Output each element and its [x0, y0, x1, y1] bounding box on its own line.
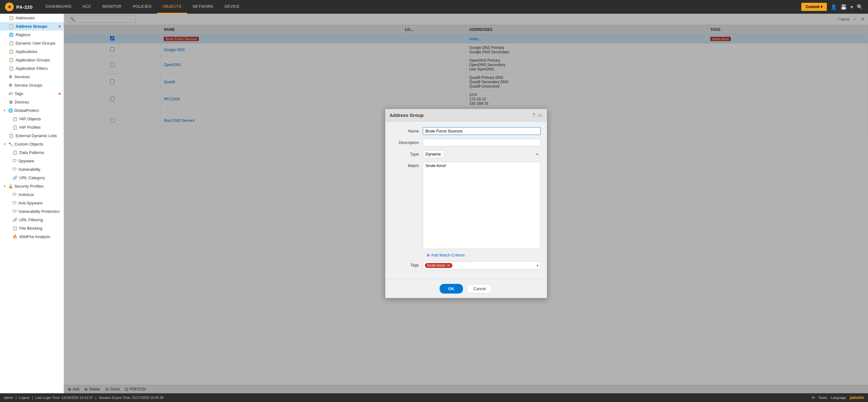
- dropdown-icon[interactable]: ▾: [850, 4, 853, 10]
- type-label: Type: [392, 150, 423, 157]
- match-label: Match: [392, 162, 423, 168]
- search-icon[interactable]: 🔍: [857, 4, 863, 10]
- nav-network[interactable]: NETWORK: [187, 0, 219, 14]
- sidebar-item-regions[interactable]: 🌐 Regions: [0, 31, 64, 39]
- sidebar-item-vulnerability-protection[interactable]: 🛡 Vulnerability Protection: [0, 207, 64, 216]
- sidebar-item-applications[interactable]: 📋 Applications: [0, 47, 64, 56]
- sidebar-item-tags[interactable]: 🏷 Tags: [0, 90, 64, 98]
- sidebar-item-anti-spyware[interactable]: 🛡 Anti-Spyware: [0, 199, 64, 207]
- add-match-row: ⊕ Add Match Criteria: [392, 253, 540, 258]
- description-row: Description: [392, 139, 540, 146]
- modal-footer: OK Cancel: [385, 279, 547, 298]
- custom-objects-toggle: ▼: [3, 142, 6, 146]
- name-input[interactable]: [423, 127, 540, 135]
- logout-link[interactable]: Logout: [19, 396, 30, 400]
- nav-acc[interactable]: ACC: [77, 0, 97, 14]
- tags-badge: [59, 93, 61, 95]
- modal-body: Name Description Type Static: [385, 122, 547, 279]
- type-select[interactable]: Static Dynamic: [423, 150, 444, 158]
- sidebar-group-globalprotect[interactable]: ▼ 🌐 GlobalProtect: [0, 106, 64, 115]
- mail-icon[interactable]: ✉: [812, 396, 815, 400]
- sidebar-item-hip-objects[interactable]: 📋 HIP Objects: [0, 115, 64, 123]
- hip-objects-icon: 📋: [12, 116, 18, 121]
- tasks-link[interactable]: Tasks: [818, 396, 827, 400]
- applications-icon: 📋: [9, 49, 14, 54]
- sidebar-item-file-blocking[interactable]: 📋 File Blocking: [0, 224, 64, 232]
- sidebar-item-data-patterns[interactable]: 📋 Data Patterns: [0, 148, 64, 157]
- sidebar-item-url-filtering[interactable]: 🔗 URL Filtering: [0, 216, 64, 224]
- match-textarea[interactable]: 'brute-force': [423, 162, 540, 249]
- url-category-icon: 🔗: [12, 175, 18, 180]
- last-login-text: Last Login Time: 12/18/2020 12:42:37: [35, 396, 93, 400]
- sidebar-item-addresses[interactable]: 📋 Addresses: [0, 14, 64, 22]
- sidebar-item-application-filters[interactable]: 📋 Application Filters: [0, 64, 64, 73]
- antivirus-icon: 🛡: [12, 192, 17, 197]
- nav-monitor[interactable]: MONITOR: [97, 0, 127, 14]
- language-link[interactable]: Language: [831, 396, 846, 400]
- tag-text: brute-force: [428, 263, 445, 268]
- nav-items: DASHBOARD ACC MONITOR POLICIES OBJECTS N…: [40, 0, 801, 14]
- application-groups-icon: 📋: [9, 58, 14, 62]
- type-select-wrapper: Static Dynamic ▾: [423, 150, 540, 158]
- external-dynamic-lists-icon: 📋: [9, 133, 14, 138]
- tag-pill: brute-force ✕: [425, 263, 453, 268]
- select-arrow-icon: ▾: [536, 152, 538, 157]
- commit-button[interactable]: Commit ▾: [801, 3, 827, 11]
- sidebar-item-hip-profiles[interactable]: 📋 HIP Profiles: [0, 123, 64, 132]
- service-groups-icon: ⚙: [9, 83, 12, 88]
- sidebar-badge: [59, 26, 61, 27]
- status-sep1: |: [16, 396, 17, 400]
- cancel-button[interactable]: Cancel: [467, 284, 492, 294]
- save-icon[interactable]: 💾: [841, 4, 847, 10]
- sidebar-item-antivirus[interactable]: 🛡 Antivirus: [0, 191, 64, 199]
- application-filters-icon: 📋: [9, 66, 14, 71]
- name-row: Name: [392, 127, 540, 135]
- sidebar-item-address-groups[interactable]: 📋 Address Groups: [0, 22, 64, 31]
- status-sep3: |: [95, 396, 96, 400]
- name-label: Name: [392, 127, 423, 133]
- ok-button[interactable]: OK: [440, 284, 463, 294]
- nav-objects[interactable]: OBJECTS: [157, 0, 187, 14]
- brand-logo: ★: [5, 2, 14, 11]
- url-filtering-icon: 🔗: [12, 217, 18, 222]
- spyware-icon: 🛡: [12, 159, 17, 163]
- sidebar-item-application-groups[interactable]: 📋 Application Groups: [0, 56, 64, 64]
- description-input[interactable]: [423, 139, 540, 146]
- user-icon[interactable]: 👤: [831, 4, 837, 10]
- modal-overlay: Address Group ? ▭ Name Description: [64, 14, 868, 393]
- sidebar-item-services[interactable]: ⚙ Services: [0, 73, 64, 81]
- security-profiles-toggle: ▼: [3, 185, 6, 188]
- status-right: ✉ Tasks Language paloalto: [812, 396, 864, 400]
- sidebar-item-wildfire-analysis[interactable]: 🔥 WildFire Analysis: [0, 232, 64, 241]
- sidebar: 📋 Addresses 📋 Address Groups 🌐 Regions 📋…: [0, 14, 64, 393]
- sidebar-item-devices[interactable]: 🖥 Devices: [0, 98, 64, 106]
- nav-policies[interactable]: POLICIES: [127, 0, 157, 14]
- tags-icon: 🏷: [9, 91, 13, 96]
- nav-dashboard[interactable]: DASHBOARD: [40, 0, 77, 14]
- status-user: admin: [4, 396, 13, 400]
- sidebar-item-spyware[interactable]: 🛡 Spyware: [0, 157, 64, 165]
- status-sep2: |: [32, 396, 33, 400]
- minimize-icon[interactable]: ▭: [538, 112, 542, 118]
- nav-device[interactable]: DEVICE: [219, 0, 245, 14]
- tags-dropdown-icon[interactable]: ▾: [536, 263, 538, 268]
- sidebar-item-url-category[interactable]: 🔗 URL Category: [0, 174, 64, 182]
- file-blocking-icon: 📋: [12, 226, 18, 231]
- add-match-criteria-button[interactable]: ⊕ Add Match Criteria: [427, 253, 465, 258]
- modal-title: Address Group: [390, 112, 424, 118]
- sidebar-item-service-groups[interactable]: ⚙ Service Groups: [0, 81, 64, 90]
- brand: ★ PA-220: [5, 2, 33, 11]
- anti-spyware-icon: 🛡: [12, 201, 17, 205]
- tag-remove-icon[interactable]: ✕: [447, 263, 450, 268]
- help-icon[interactable]: ?: [532, 112, 535, 118]
- sidebar-item-external-dynamic-lists[interactable]: 📋 External Dynamic Lists: [0, 132, 64, 140]
- hip-profiles-icon: 📋: [12, 125, 18, 130]
- brand-name: PA-220: [16, 4, 33, 10]
- sidebar-group-custom-objects[interactable]: ▼ 🔧 Custom Objects: [0, 140, 64, 148]
- sidebar-item-vulnerability[interactable]: 🛡 Vulnerability: [0, 165, 64, 174]
- regions-icon: 🌐: [9, 32, 14, 37]
- sidebar-group-security-profiles[interactable]: ▼ 🔒 Security Profiles: [0, 182, 64, 191]
- sidebar-item-dynamic-user-groups[interactable]: 📋 Dynamic User Groups: [0, 39, 64, 47]
- addresses-icon: 📋: [9, 15, 14, 20]
- tags-input-wrapper[interactable]: brute-force ✕ ▾: [423, 261, 540, 270]
